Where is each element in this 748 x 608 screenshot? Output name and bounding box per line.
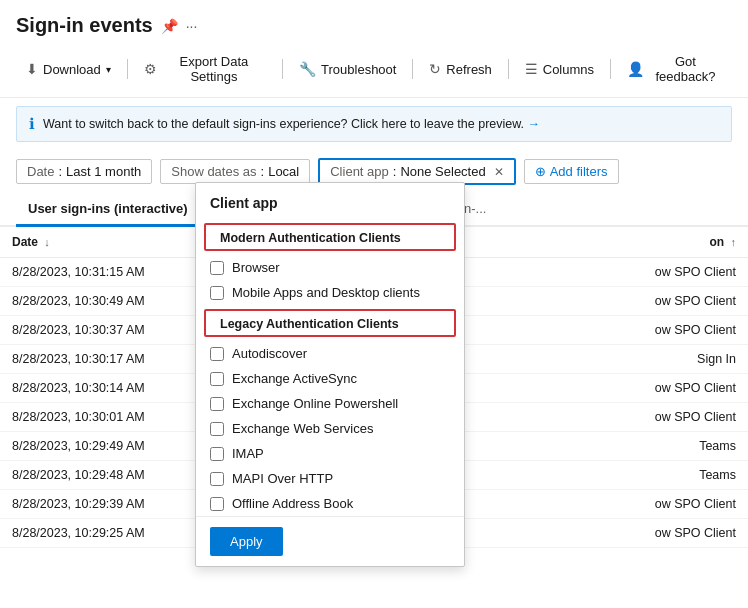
dropdown-item-activesync[interactable]: Exchange ActiveSync xyxy=(196,366,464,391)
columns-icon: ☰ xyxy=(525,61,538,77)
add-filters-button[interactable]: ⊕ Add filters xyxy=(524,159,619,184)
dropdown-item-browser[interactable]: Browser xyxy=(196,255,464,280)
dropdown-item-webservices[interactable]: Exchange Web Services xyxy=(196,416,464,441)
checkbox-mobile[interactable] xyxy=(210,286,224,300)
toolbar-divider-2 xyxy=(282,59,283,79)
filters-table-area: Date : Last 1 month Show dates as : Loca… xyxy=(0,150,748,548)
dropdown-item-imap[interactable]: IMAP xyxy=(196,441,464,466)
download-icon: ⬇ xyxy=(26,61,38,77)
cell-app: ow SPO Client xyxy=(507,403,748,432)
checkbox-activesync[interactable] xyxy=(210,372,224,386)
item-label-mobile: Mobile Apps and Desktop clients xyxy=(232,285,420,300)
add-filters-label: Add filters xyxy=(550,164,608,179)
cell-app: Sign In xyxy=(507,345,748,374)
export-label: Export Data Settings xyxy=(162,54,266,84)
cell-app: ow SPO Client xyxy=(507,316,748,345)
clientapp-filter-pill[interactable]: Client app : None Selected ✕ xyxy=(318,158,515,185)
date-filter-pill[interactable]: Date : Last 1 month xyxy=(16,159,152,184)
checkbox-imap[interactable] xyxy=(210,447,224,461)
showdates-label: Show dates as xyxy=(171,164,256,179)
dropdown-item-powershell[interactable]: Exchange Online Powershell xyxy=(196,391,464,416)
dropdown-chevron-icon: ▾ xyxy=(106,64,111,75)
item-label-webservices: Exchange Web Services xyxy=(232,421,373,436)
page-title: Sign-in events xyxy=(16,14,153,37)
columns-label: Columns xyxy=(543,62,594,77)
toolbar: ⬇ Download ▾ ⚙ Export Data Settings 🔧 Tr… xyxy=(0,45,748,98)
cell-app: ow SPO Client xyxy=(507,519,748,548)
troubleshoot-button[interactable]: 🔧 Troubleshoot xyxy=(289,56,406,82)
toolbar-divider-5 xyxy=(610,59,611,79)
clientapp-label: Client app xyxy=(330,164,389,179)
checkbox-mapihttp[interactable] xyxy=(210,472,224,486)
clientapp-value: None Selected xyxy=(400,164,485,179)
item-label-autodiscover: Autodiscover xyxy=(232,346,307,361)
toolbar-divider-3 xyxy=(412,59,413,79)
checkbox-webservices[interactable] xyxy=(210,422,224,436)
dropdown-item-offlineab[interactable]: Offline Address Book xyxy=(196,491,464,516)
checkbox-powershell[interactable] xyxy=(210,397,224,411)
legacy-auth-items: Autodiscover Exchange ActiveSync Exchang… xyxy=(196,341,464,516)
item-label-offlineab: Offline Address Book xyxy=(232,496,353,511)
checkbox-offlineab[interactable] xyxy=(210,497,224,511)
download-button[interactable]: ⬇ Download ▾ xyxy=(16,56,121,82)
columns-button[interactable]: ☰ Columns xyxy=(515,56,604,82)
feedback-icon: 👤 xyxy=(627,61,644,77)
dropdown-item-mobile[interactable]: Mobile Apps and Desktop clients xyxy=(196,280,464,305)
item-label-imap: IMAP xyxy=(232,446,264,461)
info-banner: ℹ Want to switch back to the default sig… xyxy=(16,106,732,142)
date-filter-value: Last 1 month xyxy=(66,164,141,179)
clientapp-close-icon[interactable]: ✕ xyxy=(494,165,504,179)
pin-icon[interactable]: 📌 xyxy=(161,18,178,34)
item-label-activesync: Exchange ActiveSync xyxy=(232,371,357,386)
date-sort-icon[interactable]: ↓ xyxy=(44,236,50,248)
item-label-powershell: Exchange Online Powershell xyxy=(232,396,398,411)
cell-app: ow SPO Client xyxy=(507,258,748,287)
add-filters-icon: ⊕ xyxy=(535,164,546,179)
export-icon: ⚙ xyxy=(144,61,157,77)
checkbox-autodiscover[interactable] xyxy=(210,347,224,361)
date-filter-label: Date xyxy=(27,164,54,179)
dropdown-footer: Apply xyxy=(196,516,464,566)
cell-app: ow SPO Client xyxy=(507,490,748,519)
download-label: Download xyxy=(43,62,101,77)
info-icon: ℹ xyxy=(29,115,35,133)
dropdown-scrollable[interactable]: Modern Authentication Clients Browser Mo… xyxy=(196,219,464,516)
dropdown-title: Client app xyxy=(196,183,464,219)
tab-interactive[interactable]: User sign-ins (interactive) xyxy=(16,193,200,227)
checkbox-browser[interactable] xyxy=(210,261,224,275)
feedback-label: Got feedback? xyxy=(649,54,722,84)
legacy-auth-header: Legacy Authentication Clients xyxy=(204,309,456,337)
apply-button[interactable]: Apply xyxy=(210,527,283,556)
more-options-icon[interactable]: ··· xyxy=(186,18,198,34)
wrench-icon: 🔧 xyxy=(299,61,316,77)
app-sort-icon[interactable]: ↑ xyxy=(731,236,737,248)
showdates-filter-pill[interactable]: Show dates as : Local xyxy=(160,159,310,184)
banner-text: Want to switch back to the default sign-… xyxy=(43,117,540,131)
refresh-label: Refresh xyxy=(446,62,492,77)
refresh-button[interactable]: ↻ Refresh xyxy=(419,56,502,82)
toolbar-divider-1 xyxy=(127,59,128,79)
item-label-mapihttp: MAPI Over HTTP xyxy=(232,471,333,486)
col-header-app[interactable]: on ↑ xyxy=(507,227,748,258)
dropdown-item-mapihttp[interactable]: MAPI Over HTTP xyxy=(196,466,464,491)
cell-app: Teams xyxy=(507,461,748,490)
item-label-browser: Browser xyxy=(232,260,280,275)
modern-auth-header: Modern Authentication Clients xyxy=(204,223,456,251)
dropdown-item-autodiscover[interactable]: Autodiscover xyxy=(196,341,464,366)
showdates-value: Local xyxy=(268,164,299,179)
troubleshoot-label: Troubleshoot xyxy=(321,62,396,77)
cell-app: ow SPO Client xyxy=(507,374,748,403)
cell-app: Teams xyxy=(507,432,748,461)
toolbar-divider-4 xyxy=(508,59,509,79)
clientapp-dropdown: Client app Modern Authentication Clients… xyxy=(195,182,465,567)
banner-link[interactable]: → xyxy=(528,117,541,131)
export-settings-button[interactable]: ⚙ Export Data Settings xyxy=(134,49,276,89)
feedback-button[interactable]: 👤 Got feedback? xyxy=(617,49,732,89)
refresh-icon: ↻ xyxy=(429,61,441,77)
modern-auth-items: Browser Mobile Apps and Desktop clients xyxy=(196,255,464,305)
cell-app: ow SPO Client xyxy=(507,287,748,316)
